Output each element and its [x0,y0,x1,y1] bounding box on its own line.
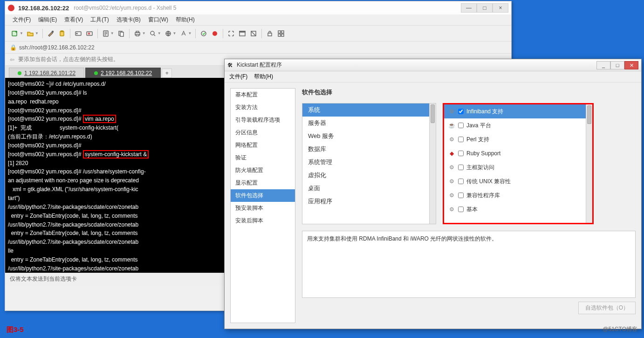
maximize-button[interactable]: □ [610,61,624,69]
category-item-web[interactable]: Web 服务 [302,130,429,143]
sidebar-item-prescript[interactable]: 预安装脚本 [231,202,295,214]
category-item-virt[interactable]: 虚拟化 [302,169,429,182]
sidebar-item-auth[interactable]: 验证 [231,152,295,164]
xshell-title-main: 192.168.26.102:22 [18,5,69,12]
transparency-icon[interactable] [248,28,259,39]
open-icon[interactable] [25,28,35,39]
category-item-database[interactable]: 数据库 [302,143,429,156]
copy-icon[interactable] [116,28,126,39]
package-checkbox[interactable] [458,137,464,142]
package-group-item[interactable]: ⚙Infiniband 支持 [444,104,586,118]
package-group-item[interactable]: ◆Ruby Support [444,146,586,160]
menu-tab[interactable]: 选项卡(B) [114,16,144,24]
menu-help[interactable]: 帮助(H) [173,16,198,24]
menu-edit[interactable]: 编辑(E) [35,16,60,24]
properties-icon[interactable] [101,28,111,39]
menu-tools[interactable]: 工具(T) [88,16,111,24]
dropdown-icon[interactable]: ▼ [173,31,177,35]
xshell-addressbar[interactable]: 🔒 ssh://root@192.168.26.102:22 [5,41,511,54]
highlighted-command-2: system-config-kickstart & [83,150,149,159]
scrollbar[interactable] [429,103,436,224]
category-item-sysmgmt[interactable]: 系统管理 [302,156,429,169]
dropdown-icon[interactable]: ▼ [35,31,39,35]
svg-rect-23 [278,34,281,36]
menu-file[interactable]: 文件(F) [10,16,34,24]
status-dot-icon [94,71,98,75]
package-description: 用来支持集群和使用 RDMA InfiniBand 和 iWARO 光纤的网状连… [302,231,636,298]
package-group-item[interactable]: ☕Java 平台 [444,118,586,132]
close-button[interactable]: ✕ [624,61,638,69]
svg-rect-12 [136,34,139,36]
expand-icon[interactable] [226,28,236,39]
sidebar-item-install[interactable]: 安装方法 [231,101,295,114]
start-log-icon[interactable] [210,28,220,39]
tab-label: 2 192.168.26.102:22 [101,70,152,76]
package-checkbox[interactable] [458,151,464,156]
new-session-icon[interactable] [10,28,20,39]
xshell-titlebar[interactable]: 192.168.26.102:22 root@vms002:/etc/yum.r… [5,1,511,14]
session-tab-2[interactable]: 2 192.168.26.102:22 [85,68,161,78]
paste-icon[interactable] [57,28,67,39]
menu-window[interactable]: 窗口(W) [145,16,171,24]
sidebar-item-packages[interactable]: 软件包选择 [231,189,295,202]
package-group-item[interactable]: ⚙传统 UNIX 兼容性 [444,174,586,188]
package-label: Perl 支持 [466,136,489,144]
highlight-icon[interactable] [199,28,209,39]
minimize-button[interactable]: — [461,3,477,13]
package-group-item[interactable]: ⚙兼容性程序库 [444,188,586,202]
sidebar-item-firewall[interactable]: 防火墙配置 [231,164,295,177]
package-checkbox[interactable] [458,109,464,114]
close-button[interactable]: × [493,3,508,13]
dropdown-icon[interactable]: ▼ [188,31,192,35]
package-label: Ruby Support [466,150,500,157]
arrow-left-icon[interactable]: ⇦ [10,56,14,63]
reconnect-icon[interactable] [73,28,83,39]
kickstart-app-icon: 🛠 [227,62,234,69]
font-icon[interactable] [178,28,189,39]
sidebar-item-partition[interactable]: 分区信息 [231,126,295,139]
minimize-button[interactable]: _ [596,61,610,69]
session-tab-1[interactable]: 1 192.168.26.101:22 [9,68,84,78]
encoding-icon[interactable] [163,28,173,39]
dropdown-icon[interactable]: ▼ [20,31,23,35]
dropdown-icon[interactable]: ▼ [158,31,161,35]
category-item-system[interactable]: 系统 [302,103,429,117]
svg-rect-20 [268,33,272,36]
disconnect-icon[interactable] [84,28,95,39]
custom-packages-button[interactable]: 自选软件包（O） [578,302,636,314]
maximize-button[interactable]: □ [477,3,493,13]
print-icon[interactable] [132,28,143,39]
xshell-title-sub: root@vms002:/etc/yum.repos.d - Xshell 5 [74,5,176,11]
package-label: 兼容性程序库 [466,192,500,200]
tab-add-button[interactable]: + [162,69,172,78]
dropdown-icon[interactable]: ▼ [110,31,114,35]
package-group-item[interactable]: ⚙基本 [444,202,586,216]
sidebar-item-network[interactable]: 网络配置 [231,139,295,152]
fullscreen-icon[interactable] [237,28,247,39]
category-item-server[interactable]: 服务器 [302,117,429,130]
menu-file[interactable]: 文件(F) [229,73,247,81]
kickstart-titlebar[interactable]: 🛠 Kickstart 配置程序 _ □ ✕ [225,59,641,71]
package-checkbox[interactable] [458,165,464,170]
category-item-desktop[interactable]: 桌面 [302,182,429,195]
package-group-item[interactable]: ⚙主框架访问 [444,160,586,174]
dropdown-icon[interactable]: ▼ [142,31,146,35]
menu-help[interactable]: 帮助(H) [254,73,273,81]
sidebar-item-basic[interactable]: 基本配置 [231,89,295,101]
tab-label: 1 192.168.26.101:22 [24,70,75,76]
package-checkbox[interactable] [458,207,464,212]
package-checkbox[interactable] [458,123,464,128]
package-checkbox[interactable] [458,179,464,184]
lock-icon[interactable] [265,28,275,39]
tile-icon[interactable] [276,28,286,39]
scrollbar[interactable] [586,104,592,223]
color-scheme-icon[interactable] [46,28,56,39]
find-icon[interactable] [148,28,158,39]
package-checkbox[interactable] [458,193,464,198]
sidebar-item-display[interactable]: 显示配置 [231,177,295,189]
sidebar-item-bootloader[interactable]: 引导装载程序选项 [231,114,295,126]
package-group-item[interactable]: ⚙Perl 支持 [444,132,586,146]
sidebar-item-postscript[interactable]: 安装后脚本 [231,214,295,227]
menu-view[interactable]: 查看(V) [62,16,86,24]
category-item-apps[interactable]: 应用程序 [302,195,429,208]
